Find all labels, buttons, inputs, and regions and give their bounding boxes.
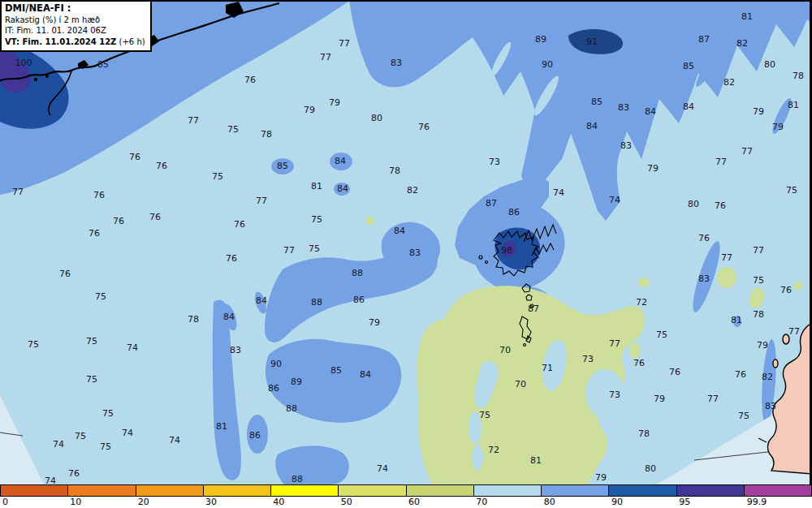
colorbar-segment bbox=[473, 484, 542, 497]
colorbar-tick-label: 10 bbox=[70, 497, 81, 507]
legend-box: DMI/NEA-FI : Rakastig (%) í 2 m hæð IT: … bbox=[0, 0, 152, 52]
colorbar-tick-label: 50 bbox=[341, 497, 352, 507]
colorbar bbox=[0, 484, 812, 497]
colorbar-tick-label: 99.9 bbox=[747, 497, 767, 507]
colorbar-segment bbox=[136, 484, 204, 497]
map-svg bbox=[0, 0, 812, 484]
colorbar-segment bbox=[676, 484, 745, 497]
colorbar-segment bbox=[0, 484, 68, 497]
colorbar-tick-label: 0 bbox=[2, 497, 8, 507]
colorbar-tick-label: 40 bbox=[273, 497, 284, 507]
colorbar-labels: 01020304050607080909599.9 bbox=[0, 497, 812, 508]
legend-title: DMI/NEA-FI : bbox=[5, 3, 145, 15]
colorbar-segment bbox=[203, 484, 271, 497]
weather-map-frame: 1008576777783797980767775787676757776778… bbox=[0, 0, 812, 508]
colorbar-segment bbox=[270, 484, 339, 497]
colorbar-segment bbox=[338, 484, 406, 497]
colorbar-tick-label: 95 bbox=[679, 497, 690, 507]
colorbar-segment bbox=[67, 484, 136, 497]
colorbar-tick-label: 30 bbox=[205, 497, 217, 507]
colorbar-tick-label: 20 bbox=[138, 497, 149, 507]
colorbar-segment bbox=[608, 484, 676, 497]
legend-valid-time: VT: Fim. 11.01.2024 12Z (+6 h) bbox=[5, 37, 145, 48]
colorbar-segment bbox=[406, 484, 474, 497]
colorbar-tick-label: 70 bbox=[476, 497, 487, 507]
legend-subtitle: Rakastig (%) í 2 m hæð bbox=[5, 15, 145, 26]
colorbar-segment bbox=[744, 484, 812, 497]
colorbar-segment bbox=[541, 484, 609, 497]
legend-valid-time-bold: VT: Fim. 11.01.2024 12Z bbox=[5, 37, 116, 46]
legend-valid-time-suffix: (+6 h) bbox=[116, 37, 145, 46]
colorbar-tick-label: 80 bbox=[544, 497, 555, 507]
colorbar-tick-label: 60 bbox=[408, 497, 420, 507]
colorbar-tick-label: 90 bbox=[611, 497, 623, 507]
legend-init-time: IT: Fim. 11. 01. 2024 06Z bbox=[5, 25, 145, 37]
